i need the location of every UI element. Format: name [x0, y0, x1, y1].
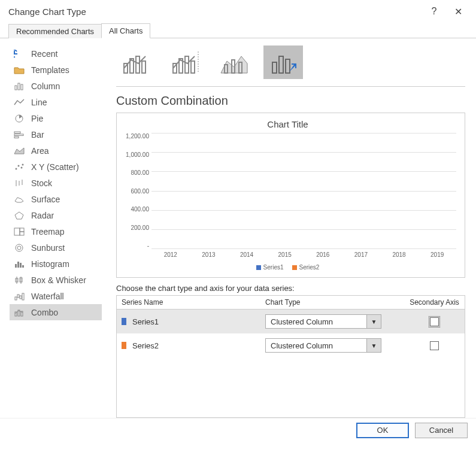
svg-rect-30: [17, 295, 19, 298]
line-icon: [13, 98, 25, 107]
help-button[interactable]: ?: [422, 2, 446, 20]
sidebar-item-bar[interactable]: Bar: [10, 126, 102, 142]
chart-type-dropdown-2[interactable]: Clustered Column ▼: [265, 338, 381, 353]
sidebar-item-scatter[interactable]: X Y (Scatter): [10, 159, 102, 175]
sidebar-item-radar[interactable]: Radar: [10, 207, 102, 223]
close-button[interactable]: ✕: [446, 2, 470, 20]
legend-label-s1: Series1: [263, 264, 284, 271]
series-name: Series1: [132, 317, 159, 326]
combo-subtype-row: [116, 45, 465, 87]
stock-icon: [13, 179, 25, 187]
svg-point-9: [18, 165, 20, 166]
sidebar-item-line[interactable]: Line: [10, 94, 102, 110]
series-row-1[interactable]: Series1 Clustered Column ▼: [117, 310, 465, 333]
svg-rect-38: [136, 56, 140, 73]
dialog-footer: OK Cancel: [0, 418, 476, 442]
sidebar-item-label: X Y (Scatter): [31, 162, 79, 172]
sidebar-item-column[interactable]: Column: [10, 78, 102, 94]
chart-preview[interactable]: Chart Title 1,200.001,000.00800.00600.00…: [116, 113, 465, 278]
series-name: Series2: [132, 341, 159, 350]
svg-marker-15: [15, 212, 23, 219]
svg-rect-24: [22, 265, 24, 268]
svg-point-11: [22, 163, 24, 165]
svg-rect-18: [20, 232, 24, 235]
treemap-icon: [13, 227, 25, 236]
sidebar-item-label: Line: [31, 98, 47, 107]
secondary-axis-checkbox-1[interactable]: [430, 317, 439, 326]
histogram-icon: [13, 260, 25, 268]
svg-rect-39: [142, 61, 145, 73]
sidebar-item-label: Radar: [31, 211, 54, 220]
sidebar-item-label: Bar: [31, 130, 44, 139]
svg-rect-21: [15, 264, 17, 268]
combo-thumb-custom[interactable]: [263, 45, 303, 79]
sidebar-item-sunburst[interactable]: Sunburst: [10, 239, 102, 256]
svg-rect-50: [279, 56, 283, 73]
combo-thumb-3[interactable]: [214, 45, 254, 79]
svg-rect-31: [20, 296, 22, 299]
sidebar-item-treemap[interactable]: Treemap: [10, 223, 102, 239]
svg-rect-1: [18, 83, 20, 90]
tab-recommended-charts[interactable]: Recommended Charts: [8, 24, 102, 38]
section-title: Custom Combination: [116, 94, 465, 108]
sidebar-item-label: Pie: [31, 114, 43, 123]
svg-rect-51: [286, 59, 290, 73]
sidebar-item-stock[interactable]: Stock: [10, 175, 102, 191]
area-icon: [13, 147, 25, 155]
series-swatch: [122, 342, 126, 349]
svg-rect-6: [14, 136, 19, 138]
svg-rect-17: [20, 228, 24, 232]
sidebar-item-label: Sunburst: [31, 243, 65, 253]
secondary-axis-checkbox-2[interactable]: [430, 341, 439, 350]
chevron-down-icon: ▼: [366, 339, 381, 352]
combo-thumb-1[interactable]: [116, 45, 156, 79]
svg-rect-4: [14, 132, 20, 134]
sidebar-item-combo[interactable]: Combo: [10, 304, 102, 320]
sidebar-item-label: Box & Whisker: [31, 275, 86, 285]
legend-swatch-s2: [292, 265, 297, 270]
sidebar-item-histogram[interactable]: Histogram: [10, 256, 102, 272]
chart-legend: Series1 Series2: [119, 264, 456, 271]
svg-point-10: [21, 166, 23, 168]
sidebar-item-label: Area: [31, 146, 49, 156]
svg-rect-0: [15, 86, 17, 90]
sidebar-item-label: Combo: [31, 308, 58, 317]
svg-rect-32: [22, 293, 24, 300]
sidebar-item-label: Stock: [31, 178, 52, 188]
svg-marker-7: [14, 148, 24, 154]
window-title: Change Chart Type: [8, 7, 86, 17]
ok-button[interactable]: OK: [356, 423, 409, 438]
cancel-button[interactable]: Cancel: [415, 423, 468, 438]
svg-rect-29: [15, 297, 17, 300]
tab-all-charts[interactable]: All Charts: [101, 23, 150, 38]
sidebar-item-label: Templates: [31, 65, 69, 75]
sidebar-item-box-whisker[interactable]: Box & Whisker: [10, 272, 102, 288]
svg-rect-22: [17, 262, 19, 268]
svg-rect-49: [272, 62, 277, 73]
sidebar-item-label: Waterfall: [31, 292, 64, 301]
sidebar-item-templates[interactable]: Templates: [10, 62, 102, 78]
sidebar-item-label: Recent: [31, 49, 57, 59]
sidebar-item-area[interactable]: Area: [10, 142, 102, 159]
sidebar-item-label: Column: [31, 81, 60, 91]
sidebar-item-surface[interactable]: Surface: [10, 191, 102, 207]
dropdown-value: Clustered Column: [266, 341, 366, 350]
recent-icon: [13, 50, 25, 58]
combo-thumb-2[interactable]: [165, 45, 205, 79]
series-row-2[interactable]: Series2 Clustered Column ▼: [117, 333, 465, 357]
series-instruction: Choose the chart type and axis for your …: [116, 284, 465, 293]
svg-rect-5: [14, 134, 23, 136]
chart-type-dropdown-1[interactable]: Clustered Column ▼: [265, 314, 381, 329]
bar-icon: [13, 131, 25, 139]
sidebar-item-pie[interactable]: Pie: [10, 110, 102, 126]
plot-area: [151, 133, 456, 249]
sidebar-item-waterfall[interactable]: Waterfall: [10, 288, 102, 304]
col-series-name: Series Name: [117, 296, 260, 309]
legend-label-s2: Series2: [299, 264, 320, 271]
sidebar-item-label: Treemap: [31, 227, 65, 236]
col-secondary-axis: Secondary Axis: [404, 296, 465, 309]
scatter-icon: [13, 163, 25, 171]
sidebar-item-label: Histogram: [31, 259, 69, 269]
sidebar-item-recent[interactable]: Recent: [10, 45, 102, 62]
combo-icon: [13, 308, 25, 317]
